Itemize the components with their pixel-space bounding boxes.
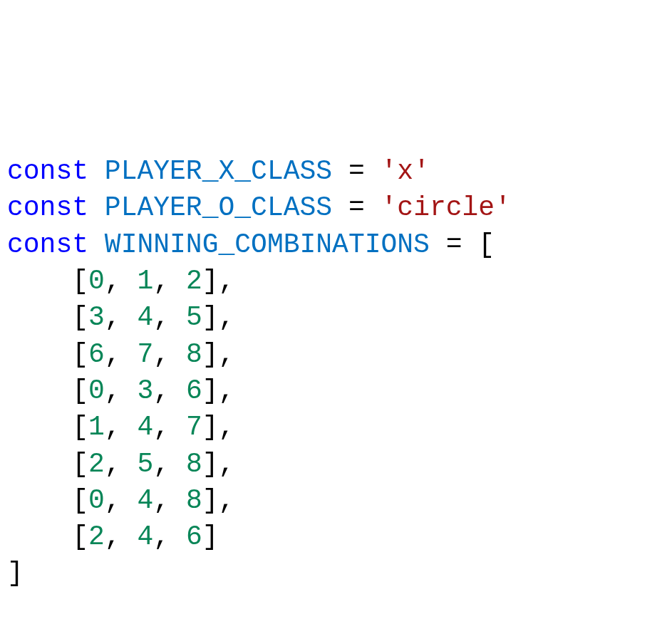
equals-sign: = <box>348 156 365 187</box>
number-literal: 1 <box>137 266 153 296</box>
comma: , <box>153 485 186 516</box>
indent <box>7 412 72 442</box>
keyword-const: const <box>7 192 88 223</box>
trailing-comma: , <box>219 375 235 406</box>
indent <box>7 521 72 552</box>
comma: , <box>153 375 186 406</box>
comma: , <box>105 449 138 479</box>
close-bracket: ] <box>202 339 219 370</box>
array-lines-container: [0, 1, 2], [3, 4, 5], [6, 7, 8], [0, 3, … <box>7 266 234 552</box>
number-literal: 5 <box>186 302 202 333</box>
array-line: [2, 5, 8], <box>7 449 234 479</box>
trailing-comma: , <box>219 302 235 333</box>
number-literal: 4 <box>137 521 153 552</box>
comma: , <box>153 302 186 333</box>
equals-sign: = <box>348 192 365 223</box>
number-literal: 6 <box>88 339 105 370</box>
open-bracket: [ <box>72 302 88 333</box>
close-bracket: ] <box>202 449 219 479</box>
comma: , <box>105 339 138 370</box>
trailing-comma: , <box>219 266 235 296</box>
comma: , <box>153 449 186 479</box>
number-literal: 3 <box>137 375 153 406</box>
close-bracket: ] <box>202 266 219 296</box>
number-literal: 4 <box>137 485 153 516</box>
number-literal: 2 <box>186 266 202 296</box>
array-line: [0, 1, 2], <box>7 266 234 296</box>
close-bracket: ] <box>202 375 219 406</box>
number-literal: 7 <box>186 412 202 442</box>
code-line-1: const PLAYER_X_CLASS = 'x' <box>7 156 430 187</box>
open-bracket: [ <box>72 485 88 516</box>
open-bracket: [ <box>72 521 88 552</box>
string-x: 'x' <box>381 156 430 187</box>
indent <box>7 375 72 406</box>
keyword-const: const <box>7 229 88 260</box>
comma: , <box>153 339 186 370</box>
number-literal: 1 <box>88 412 105 442</box>
open-bracket: [ <box>72 266 88 296</box>
number-literal: 5 <box>137 449 153 479</box>
indent <box>7 302 72 333</box>
comma: , <box>105 302 138 333</box>
comma: , <box>153 266 186 296</box>
number-literal: 0 <box>88 375 105 406</box>
array-line: [0, 4, 8], <box>7 485 234 516</box>
number-literal: 6 <box>186 521 202 552</box>
number-literal: 2 <box>88 521 105 552</box>
comma: , <box>153 521 186 552</box>
comma: , <box>105 375 138 406</box>
comma: , <box>105 485 138 516</box>
open-bracket: [ <box>72 375 88 406</box>
array-line: [3, 4, 5], <box>7 302 234 333</box>
indent <box>7 339 72 370</box>
array-line: [0, 3, 6], <box>7 375 234 406</box>
number-literal: 0 <box>88 485 105 516</box>
open-bracket: [ <box>72 449 88 479</box>
code-line-2: const PLAYER_O_CLASS = 'circle' <box>7 192 511 223</box>
keyword-const: const <box>7 156 88 187</box>
number-literal: 6 <box>186 375 202 406</box>
trailing-comma: , <box>219 339 235 370</box>
array-line: [2, 4, 6] <box>7 521 219 552</box>
number-literal: 8 <box>186 339 202 370</box>
comma: , <box>105 266 138 296</box>
code-line-end: ] <box>7 558 24 588</box>
number-literal: 2 <box>88 449 105 479</box>
code-line-3: const WINNING_COMBINATIONS = [ <box>7 229 495 260</box>
comma: , <box>105 521 138 552</box>
trailing-comma: , <box>219 449 235 479</box>
number-literal: 7 <box>137 339 153 370</box>
equals-sign: = <box>446 229 462 260</box>
open-bracket: [ <box>478 229 495 260</box>
indent <box>7 266 72 296</box>
number-literal: 0 <box>88 266 105 296</box>
close-bracket: ] <box>202 302 219 333</box>
number-literal: 3 <box>88 302 105 333</box>
array-line: [1, 4, 7], <box>7 412 234 442</box>
close-bracket: ] <box>202 412 219 442</box>
trailing-comma: , <box>219 412 235 442</box>
close-bracket: ] <box>202 485 219 516</box>
indent <box>7 485 72 516</box>
open-bracket: [ <box>72 412 88 442</box>
var-player-x-class: PLAYER_X_CLASS <box>105 156 332 187</box>
indent <box>7 449 72 479</box>
comma: , <box>105 412 138 442</box>
string-circle: 'circle' <box>381 192 511 223</box>
trailing-comma: , <box>219 485 235 516</box>
number-literal: 4 <box>137 412 153 442</box>
open-bracket: [ <box>72 339 88 370</box>
close-bracket: ] <box>7 558 24 588</box>
comma: , <box>153 412 186 442</box>
close-bracket: ] <box>202 521 219 552</box>
code-block: const PLAYER_X_CLASS = 'x' const PLAYER_… <box>7 153 665 592</box>
number-literal: 4 <box>137 302 153 333</box>
number-literal: 8 <box>186 449 202 479</box>
var-player-o-class: PLAYER_O_CLASS <box>105 192 332 223</box>
var-winning-combinations: WINNING_COMBINATIONS <box>105 229 430 260</box>
number-literal: 8 <box>186 485 202 516</box>
array-line: [6, 7, 8], <box>7 339 234 370</box>
